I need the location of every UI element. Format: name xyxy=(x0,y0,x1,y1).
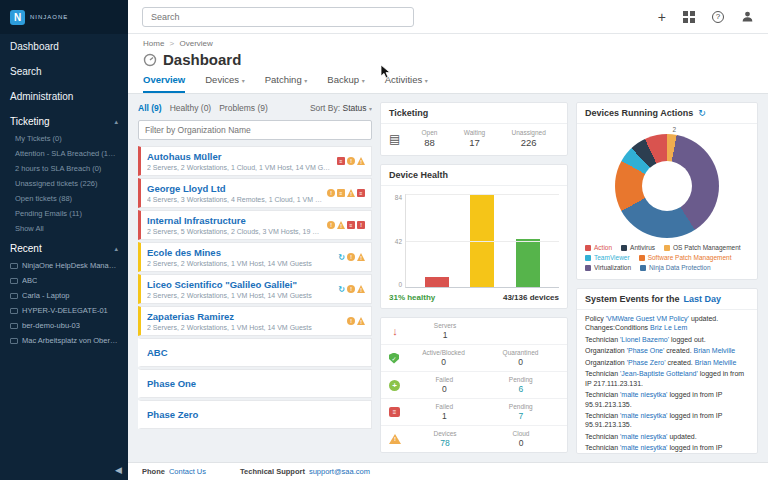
org-filter-input[interactable] xyxy=(138,120,372,140)
event-link[interactable]: Briz Le Lem xyxy=(650,324,687,331)
health-stat-value[interactable]: 0 xyxy=(482,357,559,367)
sort-by-dropdown[interactable]: Sort By: Status ▾ xyxy=(310,103,372,113)
last-day-link[interactable]: Last Day xyxy=(684,294,722,304)
support-email-link[interactable]: support@saa.com xyxy=(309,467,370,476)
user-icon[interactable] xyxy=(741,10,754,23)
sidebar-recent-item[interactable]: Mac Arbeitsplatz von Obersagen xyxy=(0,333,128,348)
sidebar-ticketing-item[interactable]: My Tickets (0) xyxy=(0,131,128,146)
health-stat-label: Active/Blocked xyxy=(405,349,482,356)
legend-item[interactable]: Software Patch Management xyxy=(639,254,732,261)
tab-devices[interactable]: Devices ▾ xyxy=(205,74,244,93)
filter-healthy[interactable]: Healthy (0) xyxy=(170,103,212,113)
event-link[interactable]: 'Phase Zero' xyxy=(627,359,666,366)
org-name[interactable]: ABC xyxy=(147,347,361,358)
sidebar-recent-item[interactable]: ber-demo-ubu-03 xyxy=(0,318,128,333)
legend-label: OS Patch Management xyxy=(673,244,741,251)
legend-item[interactable]: TeamViewer xyxy=(585,254,630,261)
org-name[interactable]: Phase Zero xyxy=(147,409,361,420)
backup-issue-icon: ! xyxy=(347,157,355,165)
legend-item[interactable]: Virtualization xyxy=(585,264,631,271)
breadcrumb-home[interactable]: Home xyxy=(143,39,164,48)
filter-problems[interactable]: Problems (9) xyxy=(219,103,268,113)
health-stat-value[interactable]: 1 xyxy=(406,411,483,421)
org-name[interactable]: George Lloyd Ltd xyxy=(147,183,323,194)
refresh-icon[interactable]: ↻ xyxy=(698,108,706,118)
tab-backup[interactable]: Backup ▾ xyxy=(327,74,364,93)
event-link[interactable]: Brian Melville xyxy=(694,347,736,354)
org-row[interactable]: Autohaus Müller2 Servers, 2 Workstations… xyxy=(138,146,372,176)
contact-us-link[interactable]: Contact Us xyxy=(169,467,206,476)
event-link[interactable]: 'Lionel Bazemo' xyxy=(620,336,669,343)
bar-unhealthy xyxy=(425,277,449,287)
apps-grid-icon[interactable] xyxy=(683,11,695,23)
sidebar-ticketing-item[interactable]: Attention - SLA Breached (124) xyxy=(0,146,128,161)
org-name[interactable]: Ecole des Mines xyxy=(147,247,334,258)
org-row[interactable]: Zapaterias Ramirez2 Servers, 2 Workstati… xyxy=(138,306,372,336)
health-stat-value[interactable]: 7 xyxy=(483,411,560,421)
org-row[interactable]: Ecole des Mines2 Servers, 2 Workstations… xyxy=(138,242,372,272)
legend-item[interactable]: Ninja Data Protection xyxy=(640,264,710,271)
sidebar-ticketing-item[interactable]: Unassigned tickets (226) xyxy=(0,176,128,191)
sidebar-ticketing-item[interactable]: Open tickets (88) xyxy=(0,191,128,206)
filter-all[interactable]: All (9) xyxy=(138,103,162,113)
sidebar-collapse-button[interactable]: ◀ xyxy=(115,465,122,475)
tab-patching[interactable]: Patching ▾ xyxy=(265,74,308,93)
sidebar-section-recent[interactable]: Recent ▴ xyxy=(0,236,128,258)
event-link[interactable]: 'malte niesytka' xyxy=(620,444,667,451)
ticket-stat-waiting[interactable]: Waiting 17 xyxy=(464,129,485,148)
recent-item-label: HYPER-V-DELEGATE-01 xyxy=(22,306,108,315)
ticket-stat-open[interactable]: Open 88 xyxy=(422,129,438,148)
legend-item[interactable]: OS Patch Management xyxy=(664,244,741,251)
event-link[interactable]: Brian Melville xyxy=(695,359,737,366)
sidebar-item-administration[interactable]: Administration xyxy=(0,84,128,109)
sidebar-recent-item[interactable]: ABC xyxy=(0,273,128,288)
legend-label: Ninja Data Protection xyxy=(649,264,710,271)
sidebar-recent-item[interactable]: NinjaOne HelpDesk Management xyxy=(0,258,128,273)
org-name[interactable]: Autohaus Müller xyxy=(147,151,333,162)
health-stat-value[interactable]: 0 xyxy=(483,438,559,448)
add-icon[interactable]: + xyxy=(658,10,666,24)
org-row[interactable]: Phase One xyxy=(138,369,372,398)
sidebar-item-dashboard[interactable]: Dashboard xyxy=(0,34,128,59)
legend-swatch xyxy=(585,265,591,271)
actions-donut[interactable] xyxy=(615,134,719,238)
brand-name: NinjaOne xyxy=(30,14,68,20)
org-name[interactable]: Internal Infrastructure xyxy=(147,215,323,226)
org-name[interactable]: Phase One xyxy=(147,378,361,389)
event-link[interactable]: 'malte niesytka' xyxy=(620,412,667,419)
event-link[interactable]: 'Jean-Baptiste Gotteland' xyxy=(620,370,698,377)
org-row[interactable]: Liceo Scientifico "Galileo Galilei"2 Ser… xyxy=(138,274,372,304)
org-row[interactable]: George Lloyd Ltd4 Servers, 3 Workstation… xyxy=(138,178,372,208)
event-link[interactable]: 'malte niesytka' xyxy=(620,433,667,440)
org-name[interactable]: Zapaterias Ramirez xyxy=(147,311,343,322)
sidebar-ticketing-item[interactable]: Pending Emails (11) xyxy=(0,206,128,221)
sidebar-ticketing-item[interactable]: Show All xyxy=(0,221,128,236)
event-link[interactable]: 'VMWare Guest VM Policy' xyxy=(606,315,689,322)
tab-overview[interactable]: Overview xyxy=(143,74,185,93)
sidebar-ticketing-item[interactable]: 2 hours to SLA Breach (0) xyxy=(0,161,128,176)
event-link[interactable]: 'Phase One' xyxy=(627,347,665,354)
ninjaone-logo[interactable]: N NinjaOne xyxy=(0,0,128,34)
org-row[interactable]: Phase Zero xyxy=(138,400,372,429)
tab-activities[interactable]: Activities ▾ xyxy=(385,74,428,93)
org-device-summary: 2 Servers, 2 Workstations, 1 VM Host, 14… xyxy=(147,292,334,299)
help-icon[interactable]: ? xyxy=(712,11,724,23)
legend-item[interactable]: Antivirus xyxy=(621,244,655,251)
ticket-stat-unassigned[interactable]: Unassigned 226 xyxy=(512,129,546,148)
org-row[interactable]: ABC xyxy=(138,338,372,367)
sidebar-recent-item[interactable]: Carla - Laptop xyxy=(0,288,128,303)
system-events-list: Policy 'VMWare Guest VM Policy' updated.… xyxy=(577,310,757,453)
event-link[interactable]: 'malte niesytka' xyxy=(620,391,667,398)
health-stat-value[interactable]: 6 xyxy=(483,384,560,394)
health-stat-value[interactable]: 78 xyxy=(407,438,483,448)
sidebar-recent-item[interactable]: HYPER-V-DELEGATE-01 xyxy=(0,303,128,318)
health-stat-value[interactable]: 0 xyxy=(406,384,483,394)
sidebar-section-ticketing[interactable]: Ticketing ▴ xyxy=(0,109,128,131)
org-name[interactable]: Liceo Scientifico "Galileo Galilei" xyxy=(147,279,334,290)
health-stat-value[interactable]: 1 xyxy=(407,330,483,340)
global-search-input[interactable] xyxy=(142,7,414,27)
org-row[interactable]: Internal Infrastructure2 Servers, 5 Work… xyxy=(138,210,372,240)
sidebar-item-search[interactable]: Search xyxy=(0,59,128,84)
legend-item[interactable]: Action xyxy=(585,244,612,251)
health-stat-value[interactable]: 0 xyxy=(405,357,482,367)
